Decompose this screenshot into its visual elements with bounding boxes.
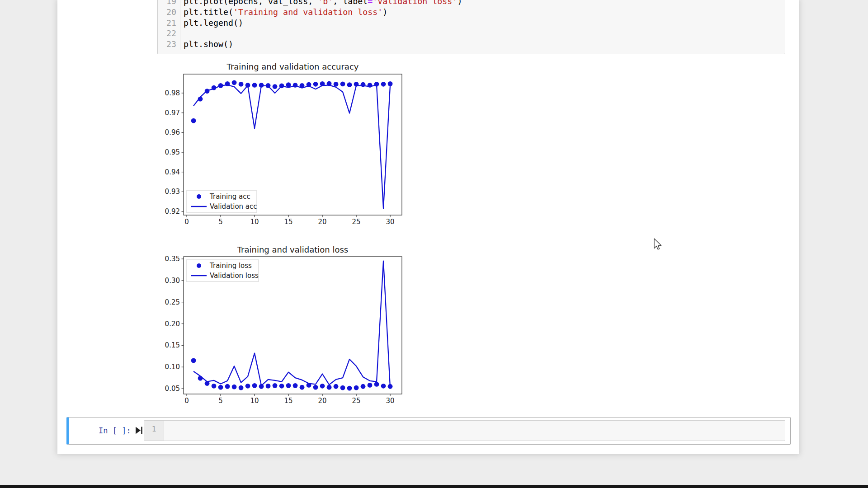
validation-line xyxy=(193,85,390,208)
training-dot xyxy=(252,83,257,88)
training-dot xyxy=(347,82,352,87)
training-dot xyxy=(218,385,223,390)
training-dot xyxy=(381,82,386,87)
notebook-container: 19plt.plot(epochs, val_loss, 'b', label=… xyxy=(57,0,799,454)
training-dot xyxy=(293,383,298,388)
training-dot xyxy=(232,80,237,85)
training-dot xyxy=(225,384,230,389)
svg-text:0.35: 0.35 xyxy=(165,255,180,263)
accuracy-chart: 0.920.930.940.950.960.970.98051015202530… xyxy=(163,59,416,228)
svg-text:15: 15 xyxy=(284,397,293,405)
svg-text:0.96: 0.96 xyxy=(165,128,180,136)
training-dot xyxy=(239,385,244,390)
line-number: 22 xyxy=(158,28,180,39)
svg-text:10: 10 xyxy=(250,397,259,405)
input-prompt: In [ ]: xyxy=(99,426,131,435)
svg-text:20: 20 xyxy=(318,397,327,405)
training-dot xyxy=(191,358,196,363)
line-number: 20 xyxy=(158,7,180,18)
training-dot xyxy=(340,81,345,86)
svg-text:30: 30 xyxy=(386,218,395,226)
training-dot xyxy=(279,384,284,389)
line-number: 19 xyxy=(158,0,180,7)
training-dot xyxy=(266,384,271,389)
training-dot xyxy=(334,384,339,389)
svg-text:5: 5 xyxy=(218,397,223,405)
training-dot xyxy=(191,118,196,123)
training-dot xyxy=(273,383,278,388)
svg-text:0.95: 0.95 xyxy=(165,148,180,156)
taskbar-strip xyxy=(0,485,868,488)
training-dot xyxy=(327,385,332,390)
code-line: 20plt.title('Training and validation los… xyxy=(158,7,785,18)
line-number: 21 xyxy=(158,18,180,28)
training-dot xyxy=(381,384,386,389)
mouse-cursor xyxy=(654,238,664,252)
editor-text-area[interactable] xyxy=(164,421,785,441)
svg-text:Validation acc: Validation acc xyxy=(210,202,257,211)
svg-text:0.25: 0.25 xyxy=(165,298,180,306)
code-cell[interactable]: 19plt.plot(epochs, val_loss, 'b', label=… xyxy=(157,0,785,54)
training-dot xyxy=(347,386,352,391)
empty-code-cell[interactable]: In [ ]: 1 xyxy=(66,417,791,445)
training-dot xyxy=(273,84,278,89)
training-dot xyxy=(320,384,325,389)
loss-chart: 0.050.100.150.200.250.300.35051015202530… xyxy=(163,242,416,411)
run-cell-icon[interactable] xyxy=(136,427,143,434)
svg-text:30: 30 xyxy=(386,397,395,405)
svg-text:0.94: 0.94 xyxy=(165,168,180,176)
svg-text:0.98: 0.98 xyxy=(165,89,180,97)
code-editor[interactable]: 1 xyxy=(144,420,785,441)
svg-text:25: 25 xyxy=(352,218,361,226)
code-lines: 19plt.plot(epochs, val_loss, 'b', label=… xyxy=(158,0,785,50)
svg-text:0.97: 0.97 xyxy=(165,109,180,117)
svg-text:5: 5 xyxy=(218,218,223,226)
editor-gutter: 1 xyxy=(144,421,164,441)
training-dot xyxy=(286,383,291,388)
svg-text:25: 25 xyxy=(352,397,361,405)
svg-text:0.93: 0.93 xyxy=(165,188,180,196)
svg-text:0.92: 0.92 xyxy=(165,207,180,216)
training-dot xyxy=(286,82,291,87)
training-dot xyxy=(252,383,257,388)
training-dot xyxy=(313,82,318,87)
code-line: 23plt.show() xyxy=(158,39,785,50)
training-dot xyxy=(212,384,217,389)
chart-title: Training and validation accuracy xyxy=(226,62,359,71)
chart-title: Training and validation loss xyxy=(237,245,348,254)
svg-text:0: 0 xyxy=(184,397,189,405)
training-dot xyxy=(313,385,318,390)
svg-text:0.05: 0.05 xyxy=(165,385,180,393)
svg-text:0: 0 xyxy=(184,218,189,226)
training-dot xyxy=(361,384,366,389)
svg-text:20: 20 xyxy=(318,218,327,226)
training-dot xyxy=(334,82,339,87)
svg-text:15: 15 xyxy=(284,218,293,226)
code-line: 21plt.legend() xyxy=(158,18,785,28)
svg-text:0.30: 0.30 xyxy=(165,277,180,285)
training-dot xyxy=(300,385,305,390)
training-dot xyxy=(368,383,373,388)
line-number: 23 xyxy=(158,39,180,50)
training-dot xyxy=(232,385,237,389)
training-dot xyxy=(239,82,244,87)
code-line: 22 xyxy=(158,28,785,39)
training-dot xyxy=(374,382,379,387)
page-background: 19plt.plot(epochs, val_loss, 'b', label=… xyxy=(0,0,868,488)
svg-text:Training loss: Training loss xyxy=(209,262,252,270)
editor-line-number: 1 xyxy=(152,425,156,433)
training-dot xyxy=(354,385,359,390)
svg-text:Validation loss: Validation loss xyxy=(210,272,259,280)
training-dot xyxy=(245,384,250,389)
svg-text:10: 10 xyxy=(250,218,259,226)
svg-text:0.10: 0.10 xyxy=(165,363,180,371)
svg-text:Training acc: Training acc xyxy=(209,192,250,201)
training-dot xyxy=(340,385,345,390)
svg-text:0.15: 0.15 xyxy=(165,341,180,349)
svg-text:0.20: 0.20 xyxy=(165,320,180,328)
code-line: 19plt.plot(epochs, val_loss, 'b', label=… xyxy=(158,0,785,7)
